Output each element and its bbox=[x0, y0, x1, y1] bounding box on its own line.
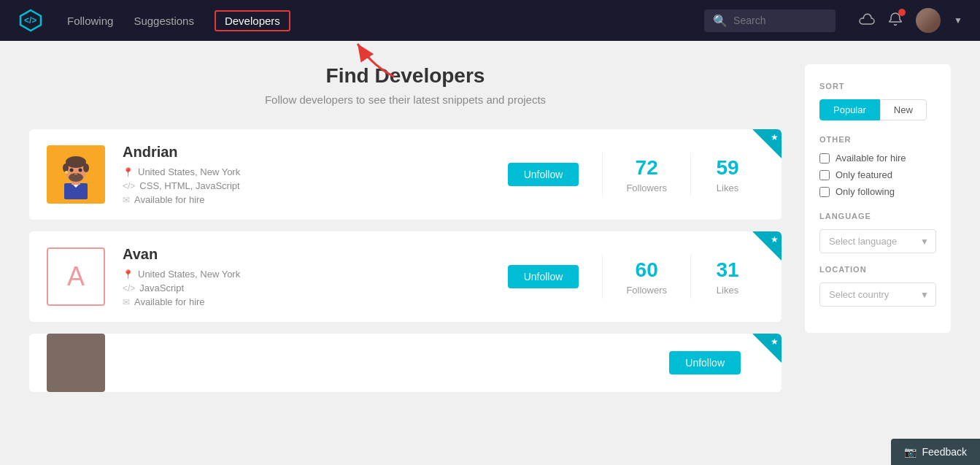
card-action-0: Unfollow bbox=[508, 163, 579, 186]
followers-label-0: Followers bbox=[626, 182, 667, 193]
nav-icons: ▼ bbox=[859, 8, 962, 33]
dev-meta-1: 📍 United States, New York </> JavaScript… bbox=[123, 269, 485, 307]
page-header: Find Developers Follow developers to see… bbox=[29, 64, 782, 106]
featured-star-2: ★ bbox=[771, 337, 779, 347]
notification-badge bbox=[898, 9, 906, 16]
sort-label: SORT bbox=[819, 82, 936, 91]
svg-point-12 bbox=[70, 169, 74, 172]
svg-point-15 bbox=[65, 171, 68, 174]
language-label: LANGUAGE bbox=[819, 212, 936, 220]
filter-featured-label: Only featured bbox=[836, 169, 892, 180]
avatar-illustration bbox=[51, 150, 101, 199]
main-content: Find Developers Follow developers to see… bbox=[0, 41, 980, 427]
card-corner-2: ★ bbox=[752, 334, 782, 363]
search-input[interactable] bbox=[733, 15, 827, 26]
likes-count-1: 31 bbox=[716, 258, 738, 282]
nav-link-suggestions[interactable]: Suggestions bbox=[134, 15, 194, 27]
annotation-arrow bbox=[350, 36, 401, 83]
unfollow-button-1[interactable]: Unfollow bbox=[508, 265, 579, 288]
likes-label-0: Likes bbox=[717, 182, 738, 193]
developer-card-1: ★ A Avan 📍 United States, New York </> J… bbox=[29, 231, 782, 322]
card-info-0: Andrian 📍 United States, New York </> CS… bbox=[123, 144, 485, 205]
other-label: OTHER bbox=[819, 135, 936, 144]
location-label: LOCATION bbox=[819, 265, 936, 274]
sort-buttons: Popular New bbox=[819, 99, 936, 120]
followers-label-1: Followers bbox=[626, 285, 667, 296]
language-select[interactable]: Select language bbox=[819, 229, 936, 253]
meta-hire-1: ✉ Available for hire bbox=[123, 296, 485, 307]
sidebar-panel: SORT Popular New OTHER Available for hir… bbox=[805, 64, 951, 333]
followers-stat-1: 60 Followers bbox=[603, 258, 690, 296]
svg-point-14 bbox=[74, 173, 77, 175]
location-icon-0: 📍 bbox=[123, 167, 134, 177]
user-avatar[interactable] bbox=[916, 8, 941, 33]
card-action-2: Unfollow bbox=[669, 351, 741, 374]
featured-star-0: ★ bbox=[771, 132, 779, 142]
mail-icon-0: ✉ bbox=[123, 195, 130, 205]
nav-link-developers[interactable]: Developers bbox=[215, 10, 290, 31]
meta-hire-0: ✉ Available for hire bbox=[123, 194, 485, 205]
meta-location-1: 📍 United States, New York bbox=[123, 269, 485, 280]
unfollow-button-0[interactable]: Unfollow bbox=[508, 163, 579, 186]
content-area: Find Developers Follow developers to see… bbox=[29, 64, 782, 404]
filter-featured: Only featured bbox=[819, 169, 936, 180]
dev-name-1: Avan bbox=[123, 246, 485, 263]
location-icon-1: 📍 bbox=[123, 269, 134, 280]
code-icon-1: </> bbox=[123, 283, 135, 293]
sort-popular-button[interactable]: Popular bbox=[819, 99, 880, 120]
nav-links: Following Suggestions Developers bbox=[67, 10, 290, 31]
dev-name-0: Andrian bbox=[123, 144, 485, 161]
avatar-letter-1: A bbox=[67, 261, 85, 292]
dev-meta-0: 📍 United States, New York </> CSS, HTML,… bbox=[123, 166, 485, 205]
avatar-andrian bbox=[47, 145, 105, 204]
followers-count-1: 60 bbox=[636, 258, 658, 282]
card-corner-1: ★ bbox=[752, 231, 782, 261]
bell-icon[interactable] bbox=[888, 12, 903, 30]
filter-following-checkbox[interactable] bbox=[819, 187, 830, 197]
sidebar: SORT Popular New OTHER Available for hir… bbox=[805, 64, 951, 404]
page-subtitle: Follow developers to see their latest sn… bbox=[29, 93, 782, 106]
sort-new-button[interactable]: New bbox=[880, 99, 927, 120]
meta-location-0: 📍 United States, New York bbox=[123, 166, 485, 177]
feedback-label: Feedback bbox=[922, 446, 967, 458]
filter-hire: Available for hire bbox=[819, 153, 936, 164]
followers-stat-0: 72 Followers bbox=[603, 156, 690, 193]
svg-point-13 bbox=[79, 169, 82, 172]
search-icon: 🔍 bbox=[713, 14, 728, 28]
meta-skills-1: </> JavaScript bbox=[123, 283, 485, 293]
page-title: Find Developers bbox=[29, 64, 782, 88]
feedback-button[interactable]: 📷 Feedback bbox=[891, 439, 980, 465]
likes-label-1: Likes bbox=[717, 285, 738, 296]
filter-following-label: Only following bbox=[836, 186, 895, 197]
cloud-icon[interactable] bbox=[859, 12, 875, 29]
filter-featured-checkbox[interactable] bbox=[819, 170, 830, 180]
developer-card-0: ★ bbox=[29, 129, 782, 220]
featured-star-1: ★ bbox=[771, 234, 779, 245]
code-icon-0: </> bbox=[123, 181, 135, 191]
avatar-third bbox=[47, 334, 105, 392]
country-select-wrapper: Select country ▼ bbox=[819, 283, 936, 307]
filter-following: Only following bbox=[819, 186, 936, 197]
location-section: LOCATION Select country ▼ bbox=[819, 265, 936, 307]
camera-icon: 📷 bbox=[904, 446, 917, 458]
unfollow-button-2[interactable]: Unfollow bbox=[669, 351, 741, 374]
other-section: OTHER Available for hire Only featured O… bbox=[819, 135, 936, 197]
user-menu-chevron[interactable]: ▼ bbox=[954, 15, 962, 26]
nav-logo[interactable]: </> bbox=[18, 7, 44, 34]
svg-text:</>: </> bbox=[24, 15, 36, 26]
svg-point-10 bbox=[83, 164, 89, 172]
filter-hire-checkbox[interactable] bbox=[819, 153, 830, 164]
language-select-wrapper: Select language ▼ bbox=[819, 229, 936, 253]
avatar-avan: A bbox=[47, 247, 105, 306]
developer-card-2: ★ Unfollow bbox=[29, 334, 782, 392]
mail-icon-1: ✉ bbox=[123, 297, 130, 307]
followers-count-0: 72 bbox=[636, 156, 658, 180]
likes-stat-0: 59 Likes bbox=[691, 156, 764, 193]
navbar: </> Following Suggestions Developers 🔍 bbox=[0, 0, 980, 41]
nav-link-following[interactable]: Following bbox=[67, 15, 113, 27]
card-corner-0: ★ bbox=[752, 129, 782, 158]
search-box[interactable]: 🔍 bbox=[704, 9, 836, 32]
country-select[interactable]: Select country bbox=[819, 283, 936, 307]
svg-point-9 bbox=[63, 164, 69, 172]
card-action-1: Unfollow bbox=[508, 265, 579, 288]
